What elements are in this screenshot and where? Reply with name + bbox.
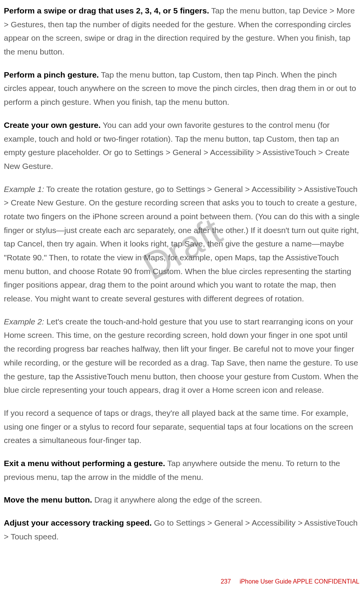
paragraph-create-gesture: Create your own gesture. You can add you…	[4, 118, 360, 173]
lead-exit-menu: Exit a menu without performing a gesture…	[4, 459, 165, 468]
lead-tracking-speed: Adjust your accessory tracking speed.	[4, 518, 152, 527]
paragraph-tracking-speed: Adjust your accessory tracking speed. Go…	[4, 516, 360, 543]
doc-title: iPhone User Guide	[240, 578, 291, 585]
lead-example-2: Example 2:	[4, 317, 44, 326]
body-sequence: If you record a sequence of taps or drag…	[4, 408, 353, 445]
lead-move-button: Move the menu button.	[4, 495, 92, 504]
confidential-label: APPLE CONFIDENTIAL	[291, 578, 359, 585]
lead-swipe-drag: Perform a swipe or drag that uses 2, 3, …	[4, 6, 209, 15]
page-number: 237	[221, 578, 231, 585]
paragraph-example-1: Example 1: To create the rotation gestur…	[4, 182, 360, 306]
body-example-2: Let's create the touch-and-hold gesture …	[4, 317, 358, 394]
paragraph-exit-menu: Exit a menu without performing a gesture…	[4, 456, 360, 484]
body-example-1: To create the rotation gesture, go to Se…	[4, 185, 359, 303]
paragraph-swipe-drag: Perform a swipe or drag that uses 2, 3, …	[4, 4, 360, 59]
paragraph-sequence: If you record a sequence of taps or drag…	[4, 406, 360, 447]
document-body: Perform a swipe or drag that uses 2, 3, …	[4, 4, 360, 543]
page-footer: 237 iPhone User Guide APPLE CONFIDENTIAL	[221, 578, 359, 585]
lead-create-gesture: Create your own gesture.	[4, 121, 101, 129]
lead-pinch: Perform a pinch gesture.	[4, 70, 99, 79]
paragraph-pinch: Perform a pinch gesture. Tap the menu bu…	[4, 68, 360, 109]
body-move-button: Drag it anywhere along the edge of the s…	[92, 495, 262, 504]
paragraph-move-button: Move the menu button. Drag it anywhere a…	[4, 493, 360, 507]
paragraph-example-2: Example 2: Let's create the touch-and-ho…	[4, 315, 360, 397]
lead-example-1: Example 1:	[4, 185, 44, 193]
